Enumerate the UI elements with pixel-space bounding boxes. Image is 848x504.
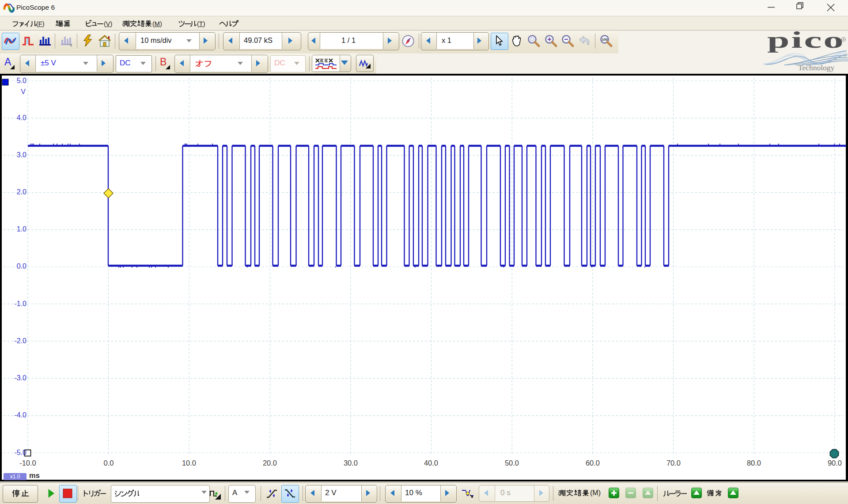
svg-text:100: 100 xyxy=(602,38,608,42)
